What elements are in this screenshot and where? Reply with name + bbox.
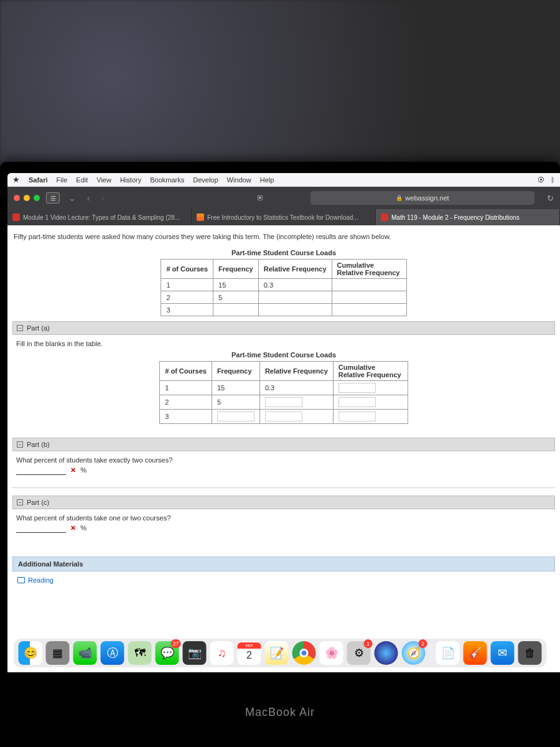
reading-label: Reading	[28, 576, 54, 584]
menubar-item-view[interactable]: View	[96, 176, 111, 184]
menubar-app-name[interactable]: Safari	[29, 176, 48, 184]
window-controls	[14, 195, 40, 201]
tab-textbook[interactable]: Free Introductory to Statistics Textbook…	[192, 209, 376, 225]
part-a-body: Fill in the blanks in the table. Part-ti…	[12, 335, 555, 434]
mail-icon[interactable]: ✉	[491, 641, 515, 665]
tab-label: Free Introductory to Statistics Textbook…	[207, 214, 358, 221]
reading-link[interactable]: Reading	[12, 571, 555, 589]
tab-math119[interactable]: Math 119 - Module 2 - Frequency Distribu…	[376, 209, 560, 225]
table-caption: Part-time Student Course Loads	[12, 249, 555, 256]
sysprefs-badge: 1	[364, 639, 373, 648]
url-host: webassign.net	[405, 194, 449, 202]
minimize-window-button[interactable]	[24, 195, 30, 201]
safari-icon[interactable]: 🧭 2	[402, 641, 426, 665]
close-window-button[interactable]	[14, 195, 20, 201]
appstore-icon[interactable]: Ⓐ	[101, 641, 124, 665]
music-icon[interactable]: ♫	[210, 641, 234, 665]
answer-input-r3-cumrel[interactable]	[338, 411, 376, 421]
part-b-answer-field[interactable]	[16, 466, 66, 475]
part-b-body: What percent of students take exactly tw…	[12, 451, 555, 480]
collapse-icon: −	[17, 441, 23, 448]
bluetooth-icon[interactable]: ᛒ	[551, 176, 555, 184]
collapse-icon: −	[17, 325, 23, 331]
answer-table: # of Courses Frequency Relative Frequenc…	[159, 361, 408, 424]
menubar-item-file[interactable]: File	[57, 176, 68, 184]
reload-button[interactable]: ↻	[547, 194, 554, 203]
messages-badge: 27	[170, 639, 180, 648]
calendar-icon[interactable]: SEP 2	[238, 641, 261, 665]
safari-toolbar: ☰ ⌄ ‹ › ⛨ 🔒 webassign.net ↻	[7, 187, 560, 209]
calendar-month: SEP	[238, 642, 261, 649]
launchpad-icon[interactable]: ▦	[46, 641, 70, 665]
address-bar[interactable]: 🔒 webassign.net	[310, 191, 534, 205]
table-caption-2: Part-time Student Course Loads	[16, 351, 551, 359]
table-row: 1 15 0.3	[160, 381, 408, 395]
menubar-item-edit[interactable]: Edit	[76, 176, 88, 184]
table-row: 2 5	[160, 395, 408, 410]
pages-icon[interactable]: 📄	[436, 641, 460, 665]
question-intro: Fifty part-time students were asked how …	[12, 230, 555, 247]
chrome-icon[interactable]	[292, 641, 316, 665]
chevron-down-icon[interactable]: ⌄	[66, 193, 78, 203]
maps-icon[interactable]: 🗺	[128, 641, 152, 665]
photos-icon[interactable]: 🌸	[320, 641, 343, 665]
textbook-favicon	[197, 214, 204, 221]
part-b-header[interactable]: − Part (b)	[12, 438, 555, 451]
given-data-table: # of Courses Frequency Relative Frequenc…	[161, 259, 406, 316]
col-frequency: Frequency	[213, 260, 259, 279]
col-courses: # of Courses	[161, 260, 213, 279]
forward-button[interactable]: ›	[99, 193, 107, 203]
trash-icon[interactable]: 🗑	[518, 641, 542, 665]
part-c-header[interactable]: − Part (c)	[12, 496, 555, 509]
page-content[interactable]: Fifty part-time students were asked how …	[7, 225, 560, 672]
part-c-body: What percent of students take one or two…	[12, 509, 555, 538]
back-button[interactable]: ‹	[85, 193, 93, 203]
macos-dock: 😊 ▦ 📹 Ⓐ 🗺 💬 27 📷 ♫ SEP 2 📝 🌸 ⚙ 1 🧭 2 📄 🎸…	[14, 639, 547, 667]
table-row: 3	[160, 410, 408, 424]
tab-module1[interactable]: Module 1 Video Lecture: Types of Data & …	[7, 209, 192, 225]
messages-icon[interactable]: 💬 27	[156, 641, 179, 665]
finder-icon[interactable]: 😊	[19, 641, 42, 665]
siri-icon[interactable]	[375, 641, 398, 665]
book-icon	[17, 577, 25, 583]
part-a-title: Part (a)	[27, 324, 50, 332]
part-b-title: Part (b)	[27, 441, 50, 448]
answer-input-r1-cumrel[interactable]	[338, 383, 376, 393]
percent-unit: %	[80, 466, 86, 474]
webassign-favicon	[12, 214, 20, 221]
answer-input-r3-relfreq[interactable]	[265, 411, 302, 421]
apple-menu-icon[interactable]: ★	[12, 175, 20, 184]
menubar-item-develop[interactable]: Develop	[193, 176, 218, 184]
part-c-title: Part (c)	[27, 499, 49, 506]
facetime-icon[interactable]: 📹	[73, 641, 97, 665]
system-preferences-icon[interactable]: ⚙ 1	[347, 641, 371, 665]
part-c-prompt: What percent of students take one or two…	[16, 514, 551, 522]
notes-icon[interactable]: 📝	[265, 641, 289, 665]
col-cumulative-relative: Cumulative Relative Frequency	[332, 260, 406, 279]
menubar-item-window[interactable]: Window	[227, 176, 251, 184]
incorrect-icon: ✕	[70, 466, 76, 474]
answer-input-r2-cumrel[interactable]	[338, 397, 376, 407]
answer-input-r2-relfreq[interactable]	[265, 397, 302, 407]
calendar-day: 2	[238, 650, 261, 661]
menubar-item-bookmarks[interactable]: Bookmarks	[150, 176, 184, 184]
menubar-item-help[interactable]: Help	[260, 176, 274, 184]
part-c-answer-field[interactable]	[16, 524, 66, 533]
part-a-header[interactable]: − Part (a)	[12, 321, 555, 335]
separator	[12, 487, 555, 488]
screen: ★ Safari File Edit View History Bookmark…	[7, 173, 560, 672]
privacy-shield-icon[interactable]: ⛨	[257, 194, 264, 202]
incorrect-icon: ✕	[70, 524, 76, 532]
part-b-prompt: What percent of students take exactly tw…	[16, 456, 551, 464]
fullscreen-window-button[interactable]	[34, 195, 40, 201]
answer-input-r3-freq[interactable]	[217, 411, 254, 421]
garageband-icon[interactable]: 🎸	[464, 641, 487, 665]
table-row: 2 5	[161, 291, 406, 304]
sidebar-toggle-button[interactable]: ☰	[46, 192, 60, 204]
additional-materials-header: Additional Materials	[12, 557, 555, 571]
table-row: 1 15 0.3	[161, 279, 406, 291]
screen-record-icon[interactable]: ⦿	[538, 176, 544, 184]
tab-label: Module 1 Video Lecture: Types of Data & …	[23, 214, 180, 221]
menubar-item-history[interactable]: History	[120, 176, 141, 184]
photobooth-icon[interactable]: 📷	[183, 641, 207, 665]
